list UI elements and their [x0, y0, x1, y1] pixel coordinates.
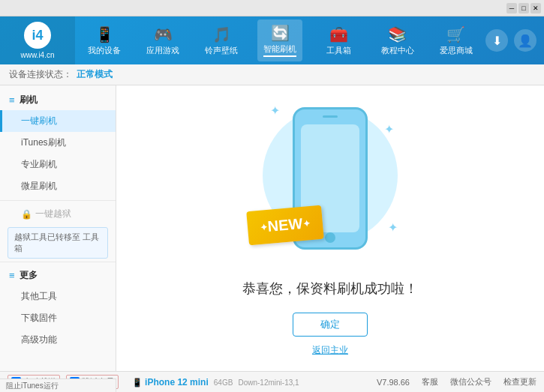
nav-toolbox[interactable]: 🧰 工具箱	[317, 21, 362, 61]
sidebar-section-flash[interactable]: ≡ 刷机	[0, 90, 116, 110]
user-button[interactable]: 👤	[514, 29, 536, 52]
my-device-icon: 📱	[95, 25, 114, 43]
my-device-label: 我的设备	[88, 45, 121, 56]
status-value: 正常模式	[77, 68, 113, 81]
nav-istore[interactable]: 🛒 爱思商城	[434, 21, 479, 61]
sidebar-divider-1	[0, 200, 116, 201]
sidebar-jailbreak-info: 越狱工具已转移至 工具箱	[8, 227, 108, 259]
istore-label: 爱思商城	[440, 45, 473, 56]
nav-smart-flash[interactable]: 🔄 智能刷机	[257, 19, 302, 61]
device-storage: 64GB	[214, 379, 233, 387]
nav-my-device[interactable]: 📱 我的设备	[82, 21, 127, 61]
smart-flash-label: 智能刷机	[263, 43, 296, 57]
sidebar-item-itunes-flash[interactable]: iTunes刷机	[0, 132, 116, 154]
more-section-icon: ≡	[9, 270, 15, 281]
status-bar: 设备连接状态： 正常模式	[0, 64, 544, 85]
sidebar-item-save-flash[interactable]: 微星刷机	[0, 175, 116, 197]
minimize-button[interactable]: ─	[506, 3, 517, 13]
flash-section-icon: ≡	[9, 94, 15, 106]
sidebar-item-download-firmware[interactable]: 下载固件	[0, 307, 116, 329]
apps-games-label: 应用游戏	[146, 45, 179, 56]
version-label: V7.98.66	[377, 378, 410, 387]
nav-bar: 📱 我的设备 🎮 应用游戏 🎵 铃声壁纸 🔄 智能刷机 🧰 工具箱 📚 教程中心…	[75, 16, 485, 64]
toolbox-label: 工具箱	[326, 45, 351, 56]
sidebar-item-other-tools[interactable]: 其他工具	[0, 286, 116, 307]
close-button[interactable]: ✕	[530, 3, 541, 13]
wechat-official-link[interactable]: 微信公众号	[450, 376, 491, 388]
itunes-status-bar: 阻止iTunes运行	[0, 379, 116, 392]
itunes-status-text: 阻止iTunes运行	[6, 381, 59, 391]
device-model: Down-12mini-13,1	[238, 379, 299, 387]
sidebar-item-one-click-flash[interactable]: 一键刷机	[0, 110, 116, 132]
device-icon: 📱	[132, 378, 145, 387]
flash-section-label: 刷机	[20, 94, 38, 106]
phone-home-btn	[325, 232, 335, 243]
nav-ringtones[interactable]: 🎵 铃声壁纸	[199, 21, 244, 61]
confirm-button[interactable]: 确定	[293, 313, 368, 337]
smart-flash-icon: 🔄	[271, 24, 290, 42]
nav-apps-games[interactable]: 🎮 应用游戏	[140, 21, 185, 61]
main-content: ✦ ✦ ✦ NEW 恭喜您，保资料刷机成功啦！ 确定 返回主业	[116, 85, 544, 371]
success-text: 恭喜您，保资料刷机成功啦！	[242, 280, 418, 298]
title-bar: ─ □ ✕	[0, 0, 544, 16]
sidebar: ≡ 刷机 一键刷机 iTunes刷机 专业刷机 微星刷机 🔒 一键越狱 越狱工具…	[0, 85, 116, 371]
check-update-link[interactable]: 检查更新	[503, 376, 536, 388]
logo-icon: i4	[24, 22, 51, 49]
status-label: 设备连接状态：	[9, 68, 72, 81]
logo-area: i4 www.i4.cn	[0, 16, 75, 64]
header-right: ⬇ 👤	[485, 29, 544, 52]
ringtones-label: 铃声壁纸	[205, 45, 238, 56]
sparkle-1: ✦	[270, 103, 280, 118]
maximize-button[interactable]: □	[518, 3, 529, 13]
header: i4 www.i4.cn 📱 我的设备 🎮 应用游戏 🎵 铃声壁纸 🔄 智能刷机…	[0, 16, 544, 64]
tutorial-label: 教程中心	[381, 45, 414, 56]
customer-service-link[interactable]: 客服	[422, 376, 438, 388]
new-banner: NEW	[246, 205, 324, 246]
nav-tutorial[interactable]: 📚 教程中心	[375, 21, 420, 61]
sparkle-3: ✦	[388, 220, 398, 235]
phone-illustration: ✦ ✦ ✦ NEW	[255, 100, 405, 265]
sidebar-item-pro-flash[interactable]: 专业刷机	[0, 154, 116, 175]
sidebar-section-more[interactable]: ≡ 更多	[0, 265, 116, 286]
apps-games-icon: 🎮	[154, 25, 173, 43]
toolbox-icon: 🧰	[329, 25, 348, 43]
sparkle-2: ✦	[384, 122, 394, 136]
sidebar-divider-2	[0, 262, 116, 262]
sidebar-section-jailbreak: 🔒 一键越狱	[0, 204, 116, 224]
device-info: 📱 iPhone 12 mini 64GB Down-12mini-13,1	[132, 377, 299, 388]
phone-speaker	[323, 115, 338, 118]
main-layout: ≡ 刷机 一键刷机 iTunes刷机 专业刷机 微星刷机 🔒 一键越狱 越狱工具…	[0, 85, 544, 371]
logo-subtext: www.i4.cn	[20, 51, 54, 59]
device-name: iPhone 12 mini	[145, 377, 209, 388]
tutorial-icon: 📚	[388, 25, 407, 43]
return-link[interactable]: 返回主业	[312, 344, 348, 357]
bottom-right: V7.98.66 客服 微信公众号 检查更新	[377, 376, 536, 388]
ringtones-icon: 🎵	[212, 25, 231, 43]
sidebar-item-advanced[interactable]: 高级功能	[0, 329, 116, 351]
download-button[interactable]: ⬇	[485, 29, 508, 52]
lock-icon: 🔒	[21, 209, 32, 220]
istore-icon: 🛒	[446, 25, 465, 43]
